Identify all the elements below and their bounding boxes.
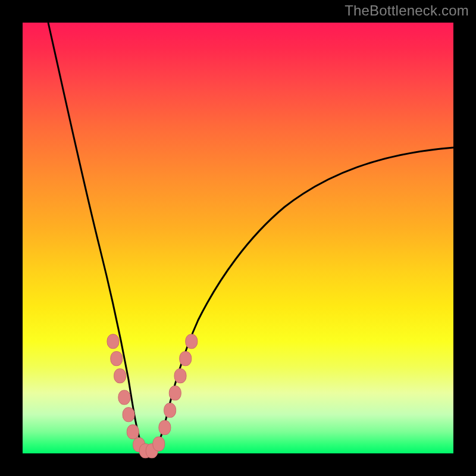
marker-point — [169, 386, 181, 400]
marker-point — [127, 425, 139, 439]
marker-point — [123, 408, 134, 422]
chart-svg — [23, 23, 453, 453]
left-curve — [48, 23, 148, 452]
marker-point — [164, 403, 176, 418]
marker-point — [107, 334, 119, 349]
marker-point — [153, 437, 165, 451]
marker-point — [159, 421, 171, 435]
chart-frame: TheBottleneck.com — [0, 0, 476, 476]
marker-point — [118, 390, 130, 405]
curve-group — [48, 23, 453, 452]
watermark-text: TheBottleneck.com — [345, 2, 469, 19]
marker-point — [174, 369, 186, 383]
plot-area — [23, 23, 453, 453]
marker-point — [111, 352, 123, 366]
marker-point — [186, 334, 198, 349]
right-curve — [152, 148, 453, 452]
marker-point — [114, 369, 126, 383]
marker-point — [180, 352, 192, 366]
marker-layer — [107, 334, 198, 458]
